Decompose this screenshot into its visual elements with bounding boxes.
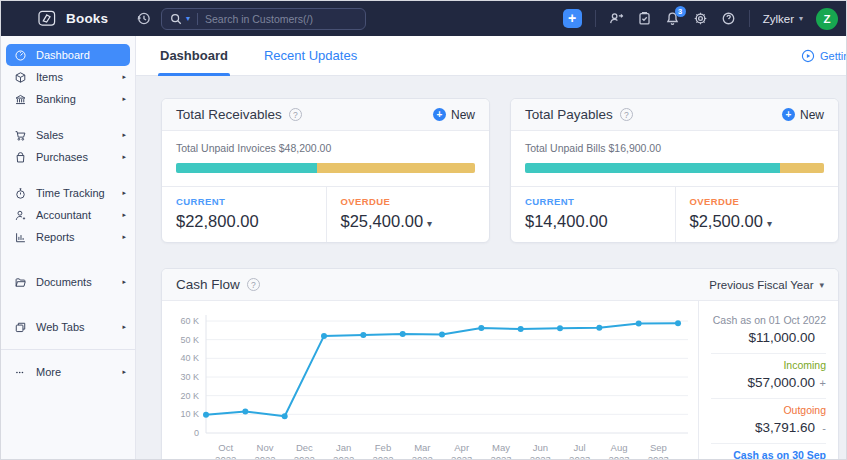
tab-recent-updates[interactable]: Recent Updates	[264, 36, 357, 76]
documents-icon	[14, 276, 27, 289]
help-icon[interactable]: ?	[247, 278, 260, 291]
sales-icon	[14, 129, 27, 142]
svg-text:40 K: 40 K	[180, 353, 199, 363]
sidebar-item-label: Sales	[36, 129, 64, 141]
receivables-overdue-value[interactable]: $25,400.00▾	[341, 212, 476, 231]
cashflow-row-label: Incoming	[711, 359, 826, 371]
sidebar-item-web-tabs[interactable]: Web Tabs▸	[1, 316, 135, 338]
help-button[interactable]	[721, 11, 736, 26]
main-area: Dashboard Recent Updates Getting Started…	[136, 36, 847, 460]
sidebar-item-reports[interactable]: Reports▸	[1, 226, 135, 248]
sidebar-item-accountant[interactable]: Accountant▸	[1, 204, 135, 226]
sidebar-nav: DashboardItems▸Banking▸Sales▸Purchases▸T…	[1, 36, 136, 460]
search-input[interactable]	[205, 13, 357, 25]
sidebar-item-more[interactable]: More▸	[1, 361, 135, 383]
search-scope-chevron-icon[interactable]: ▾	[186, 14, 190, 23]
payables-subtitle: Total Unpaid Bills $16,900.00	[525, 142, 824, 154]
sidebar-gap	[1, 168, 135, 182]
total-payables-card: Total Payables ? + New Total Unpaid Bill…	[510, 98, 839, 243]
svg-text:2022: 2022	[294, 454, 315, 460]
cashflow-summary-row: Outgoing$3,791.60-	[711, 399, 826, 444]
cash-flow-header: Cash Flow ? Previous Fiscal Year ▾	[162, 269, 838, 301]
books-logo-icon	[38, 10, 57, 27]
caret-down-icon: ▾	[767, 218, 772, 229]
svg-text:2023: 2023	[569, 454, 590, 460]
topbar-actions: + 3	[563, 8, 847, 30]
sidebar-item-label: Dashboard	[36, 49, 90, 61]
dashboard-content: Total Receivables ? + New Total Unpaid I…	[136, 76, 847, 460]
svg-text:2023: 2023	[608, 454, 629, 460]
receivables-progress	[176, 163, 475, 173]
new-bill-button[interactable]: + New	[782, 108, 824, 122]
payables-title: Total Payables	[525, 107, 613, 122]
svg-text:Sep: Sep	[650, 442, 667, 453]
fiscal-year-selector[interactable]: Previous Fiscal Year ▾	[709, 279, 824, 291]
svg-text:2023: 2023	[451, 454, 472, 460]
tab-dashboard[interactable]: Dashboard	[160, 36, 228, 76]
more-icon	[14, 366, 27, 379]
accountant-icon	[14, 209, 27, 222]
chevron-right-icon: ▸	[122, 368, 126, 376]
new-invoice-button[interactable]: + New	[433, 108, 475, 122]
recent-history-button[interactable]	[136, 11, 151, 26]
plus-icon: +	[782, 108, 795, 121]
svg-text:Feb: Feb	[375, 442, 391, 453]
receivables-title: Total Receivables	[176, 107, 282, 122]
sidebar-item-banking[interactable]: Banking▸	[1, 88, 135, 110]
sidebar-item-purchases[interactable]: Purchases▸	[1, 146, 135, 168]
zoho-books-app: Books ▾ +	[0, 0, 847, 460]
total-receivables-card: Total Receivables ? + New Total Unpaid I…	[161, 98, 490, 243]
cashflow-row-operator: -	[819, 422, 826, 434]
sidebar-item-time-tracking[interactable]: Time Tracking▸	[1, 182, 135, 204]
topbar-divider	[595, 10, 596, 27]
cash-flow-title: Cash Flow	[176, 277, 240, 292]
getting-started-link[interactable]: Getting Started	[801, 36, 847, 76]
svg-text:2022: 2022	[372, 454, 393, 460]
sidebar-item-items[interactable]: Items▸	[1, 66, 135, 88]
chevron-right-icon: ▸	[122, 131, 126, 139]
sidebar-item-label: Documents	[36, 276, 92, 288]
sidebar-item-label: Banking	[36, 93, 76, 105]
search-box[interactable]: ▾	[161, 8, 366, 30]
play-circle-icon	[801, 49, 815, 63]
chevron-right-icon: ▸	[122, 73, 126, 81]
svg-text:2023: 2023	[530, 454, 551, 460]
svg-text:Jan: Jan	[336, 442, 351, 453]
caret-down-icon: ▾	[427, 218, 432, 229]
sidebar-item-sales[interactable]: Sales▸	[1, 124, 135, 146]
receivables-current-value: $22,800.00	[176, 212, 312, 231]
receivables-current: CURRENT $22,800.00	[162, 187, 326, 242]
avatar[interactable]: Z	[816, 8, 838, 30]
announcements-button[interactable]	[637, 11, 652, 26]
cashflow-summary-panel: Cash as on 01 Oct 2022$11,000.00Incoming…	[698, 301, 838, 460]
getting-started-label: Getting Started	[820, 50, 847, 62]
help-icon[interactable]: ?	[620, 108, 633, 121]
sidebar-item-label: Purchases	[36, 151, 88, 163]
user-menu[interactable]: Zylker ▾	[763, 13, 803, 25]
payables-overdue-value[interactable]: $2,500.00▾	[690, 212, 825, 231]
quick-create-button[interactable]: +	[563, 9, 582, 28]
svg-text:Aug: Aug	[611, 442, 628, 453]
sidebar-item-documents[interactable]: Documents▸	[1, 271, 135, 293]
reports-icon	[14, 231, 27, 244]
cashflow-row-label: Outgoing	[711, 404, 826, 416]
sidebar-item-label: Time Tracking	[36, 187, 105, 199]
svg-text:Jun: Jun	[533, 442, 548, 453]
svg-text:2023: 2023	[490, 454, 511, 460]
progress-current-segment	[176, 163, 317, 173]
svg-text:2022: 2022	[412, 454, 433, 460]
topbar-divider	[749, 10, 750, 27]
payables-footer: CURRENT $14,400.00 OVERDUE $2,500.00▾	[511, 186, 838, 242]
receivables-subtitle: Total Unpaid Invoices $48,200.00	[176, 142, 475, 154]
payables-progress	[525, 163, 824, 173]
brand[interactable]: Books	[1, 10, 136, 27]
payables-body: Total Unpaid Bills $16,900.00	[511, 131, 838, 186]
cashflow-summary-row: Cash as on 01 Oct 2022$11,000.00	[711, 309, 826, 354]
help-icon[interactable]: ?	[289, 108, 302, 121]
sidebar-item-dashboard[interactable]: Dashboard	[6, 44, 130, 66]
sidebar-gap	[1, 248, 135, 271]
cashflow-chart: 010 K20 K30 K40 K50 K60 KOct2022Nov2022D…	[172, 307, 692, 460]
dashboard-icon	[14, 49, 27, 62]
refer-users-button[interactable]	[609, 11, 624, 26]
settings-button[interactable]	[693, 11, 708, 26]
